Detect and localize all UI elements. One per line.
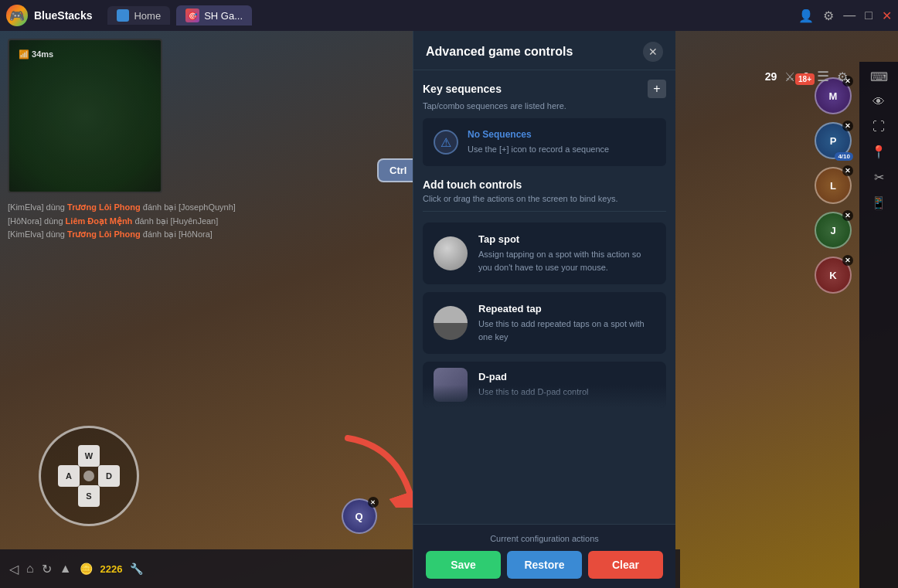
save-button[interactable]: Save: [426, 551, 501, 579]
title-bar: 🎮 BlueStacks Home 🎯 SH Ga... 👤 ⚙ — □ ✕: [0, 0, 898, 31]
section-divider-1: [423, 211, 666, 212]
titlebar-right: 👤 ⚙ — □ ✕: [798, 8, 892, 23]
touch-controls-desc: Click or drag the actions on the screen …: [423, 194, 666, 203]
home-icon[interactable]: ⌂: [26, 562, 34, 576]
dpad-name: D-pad: [478, 371, 588, 382]
p-counter: 4/10: [835, 152, 853, 161]
seq-empty-text: No Sequences Use the [+] icon to record …: [468, 129, 609, 155]
repeated-tap-desc: Use this to add repeated taps on a spot …: [478, 318, 655, 343]
repeated-tap-info: Repeated tap Use this to add repeated ta…: [478, 303, 655, 343]
joystick-keys: W A D S: [58, 445, 120, 507]
brand-name: BlueStacks: [34, 9, 92, 22]
dpad-info: D-pad Use this to add D-pad control: [478, 371, 588, 399]
tab-home[interactable]: Home: [107, 6, 170, 25]
j-close-icon: ✕: [842, 210, 853, 221]
chat-log: [KimElva] dùng Trương Lôi Phong đánh bại…: [8, 201, 247, 242]
q-close-icon: ✕: [368, 497, 379, 508]
key-sequences-desc: Tap/combo sequences are listed here.: [423, 101, 666, 110]
location-icon[interactable]: 📍: [871, 144, 886, 159]
skill-p-btn: P ✕ 4/10: [815, 122, 852, 159]
modal-header: Advanced game controls ✕: [413, 31, 675, 70]
no-sequences-link[interactable]: No Sequences: [468, 129, 609, 140]
joystick-control: W A D S: [39, 426, 139, 526]
key-s: S: [78, 485, 100, 507]
touch-controls-section: Add touch controls Click or drag the act…: [423, 178, 666, 408]
advanced-game-controls-panel: Advanced game controls ✕ Key sequences +…: [413, 31, 675, 588]
restore-button[interactable]: Restore: [507, 551, 582, 579]
repeated-tap-thumb: [434, 306, 468, 340]
back-icon[interactable]: ◁: [9, 562, 19, 576]
clear-button[interactable]: Clear: [588, 551, 663, 579]
close-icon[interactable]: ✕: [882, 8, 892, 23]
repeated-tap-card[interactable]: Repeated tap Use this to add repeated ta…: [423, 292, 666, 354]
footer-actions: Save Restore Clear: [426, 551, 663, 579]
skill-j-btn: J ✕: [815, 212, 852, 249]
key-sequences-header: Key sequences +: [423, 80, 666, 98]
arrow-up-icon[interactable]: ▲: [60, 562, 72, 576]
keyboard-icon[interactable]: ⌨: [870, 70, 888, 84]
ping-display: 📶 34ms: [19, 49, 53, 59]
skill-l-btn: L ✕: [815, 167, 852, 204]
key-sequences-section: Key sequences + Tap/combo sequences are …: [423, 80, 666, 166]
fullscreen-icon[interactable]: ⛶: [872, 120, 885, 134]
account-icon[interactable]: 👤: [798, 8, 814, 23]
tab-home-label: Home: [134, 10, 161, 22]
chat-line-3: [KimElva] dùng Trương Lôi Phong đánh bại…: [8, 228, 247, 242]
p-close-icon: ✕: [842, 121, 853, 131]
key-d: D: [98, 465, 120, 487]
no-sequences-instruction: Use the [+] icon to record a sequence: [468, 144, 609, 154]
maximize-icon[interactable]: □: [865, 8, 872, 22]
footer-label: Current configuration actions: [426, 534, 663, 543]
scissors-icon[interactable]: ✂: [874, 170, 884, 185]
touch-controls-title: Add touch controls: [423, 178, 522, 191]
dpad-thumb: [434, 368, 468, 402]
gold-icon: 🪙: [80, 563, 93, 575]
minimize-icon[interactable]: —: [843, 8, 855, 22]
eye-icon[interactable]: 👁: [872, 95, 885, 109]
repeated-tap-name: Repeated tap: [478, 303, 655, 314]
tab-game[interactable]: 🎯 SH Ga...: [176, 5, 252, 25]
tap-spot-thumb: [434, 236, 468, 270]
dpad-desc: Use this to add D-pad control: [478, 386, 588, 399]
key-sequences-empty-box: ⚠ No Sequences Use the [+] icon to recor…: [423, 118, 666, 166]
skill-k-btn: K ✕: [815, 257, 852, 294]
key-sequences-title: Key sequences: [423, 83, 502, 95]
tap-spot-card[interactable]: Tap spot Assign tapping on a spot with t…: [423, 223, 666, 284]
skill-buttons-panel: M ✕ P ✕ 4/10 L ✕ J ✕ K ✕: [815, 77, 852, 294]
sword-icon: ⚔: [784, 70, 795, 84]
key-a: A: [58, 465, 80, 487]
phone-icon[interactable]: 📱: [871, 195, 886, 210]
minimap: 📶 34ms: [8, 39, 162, 193]
dpad-card[interactable]: D-pad Use this to add D-pad control: [423, 362, 666, 408]
modal-footer: Current configuration actions Save Resto…: [413, 524, 675, 588]
tap-spot-info: Tap spot Assign tapping on a spot with t…: [478, 233, 655, 274]
gold-amount: 2226: [100, 563, 123, 575]
menu-icon[interactable]: ☰: [817, 68, 829, 85]
chat-line-2: [HôNora] dùng Liêm Đoạt Mệnh đánh bại [H…: [8, 215, 247, 229]
right-toolbar: ⌨ 👁 ⛶ 📍 ✂ 📱: [859, 62, 898, 588]
add-sequence-button[interactable]: +: [648, 80, 666, 98]
modal-content[interactable]: Key sequences + Tap/combo sequences are …: [413, 70, 675, 524]
no-sequences-icon: ⚠: [434, 130, 458, 155]
modal-title: Advanced game controls: [426, 45, 573, 59]
age-badge: 18+: [795, 73, 815, 85]
k-close-icon: ✕: [842, 255, 853, 266]
refresh-icon[interactable]: ↻: [42, 562, 52, 576]
l-close-icon: ✕: [842, 165, 853, 176]
tap-spot-name: Tap spot: [478, 233, 655, 245]
joystick-center-dot: [83, 471, 94, 481]
skill-q-btn: Q ✕: [342, 498, 377, 534]
key-w: W: [78, 445, 100, 467]
game-tab-icon: 🎯: [185, 8, 199, 22]
modal-close-button[interactable]: ✕: [643, 42, 663, 62]
red-arrow-indicator: [332, 430, 425, 511]
score-1: 29: [765, 70, 777, 83]
settings-game-icon[interactable]: ⚙: [837, 70, 848, 84]
tap-spot-desc: Assign tapping on a spot with this actio…: [478, 248, 655, 274]
settings-icon[interactable]: ⚙: [823, 8, 834, 23]
tab-game-label: SH Ga...: [204, 10, 243, 22]
chat-line-1: [KimElva] dùng Trương Lôi Phong đánh bại…: [8, 201, 247, 215]
wrench-icon[interactable]: 🔧: [130, 563, 143, 575]
touch-controls-header: Add touch controls: [423, 178, 666, 191]
bluestacks-logo: 🎮: [6, 5, 28, 26]
